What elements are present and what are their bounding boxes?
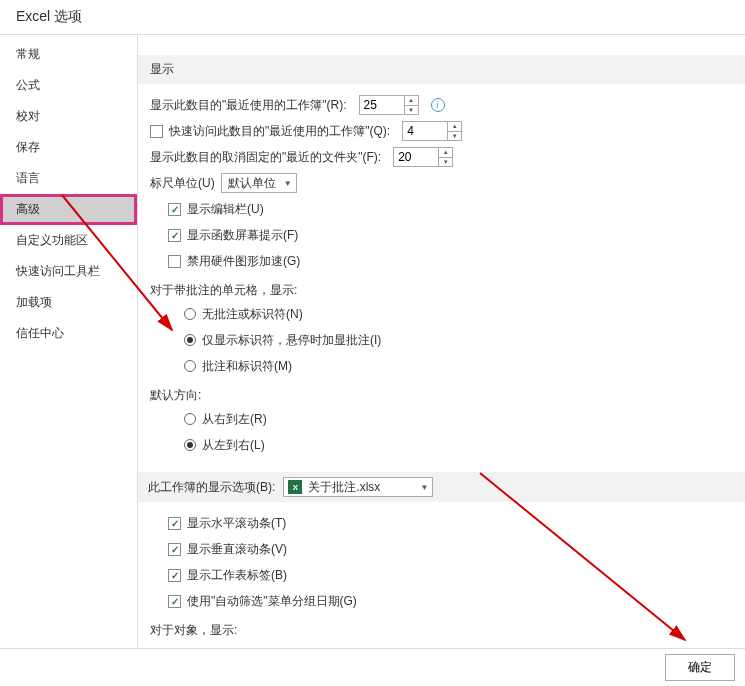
checkbox-autogroup[interactable]	[168, 595, 181, 608]
chevron-up-icon[interactable]: ▲	[405, 96, 418, 106]
spin-recent-workbooks[interactable]: ▲ ▼	[359, 95, 419, 115]
checkbox-hscroll[interactable]	[168, 517, 181, 530]
sidebar-item-formulas[interactable]: 公式	[0, 70, 137, 101]
comments-subheading: 对于带批注的单元格，显示:	[150, 282, 745, 299]
sidebar-item-proofing[interactable]: 校对	[0, 101, 137, 132]
chevron-up-icon[interactable]: ▲	[439, 148, 452, 158]
checkbox-show-formula-bar[interactable]	[168, 203, 181, 216]
window-title: Excel 选项	[0, 0, 745, 34]
sidebar: 常规 公式 校对 保存 语言 高级 自定义功能区 快速访问工具栏 加载项 信任中…	[0, 35, 138, 652]
label-show-screentips: 显示函数屏幕提示(F)	[187, 227, 298, 244]
chevron-up-icon[interactable]: ▲	[448, 122, 461, 132]
label-autogroup: 使用"自动筛选"菜单分组日期(G)	[187, 593, 357, 610]
radio-comment-indicator[interactable]	[184, 334, 196, 346]
radio-comment-both[interactable]	[184, 360, 196, 372]
dropdown-workbook-value: 关于批注.xlsx	[308, 479, 380, 496]
ok-button[interactable]: 确定	[665, 654, 735, 681]
radio-rtl[interactable]	[184, 413, 196, 425]
dropdown-workbook[interactable]: X 关于批注.xlsx ▼	[283, 477, 433, 497]
chevron-down-icon[interactable]: ▼	[405, 106, 418, 115]
content-panel: 显示 显示此数目的"最近使用的工作簿"(R): ▲ ▼ i 快速访问此数目的"最…	[138, 35, 745, 652]
checkbox-vscroll[interactable]	[168, 543, 181, 556]
direction-subheading: 默认方向:	[150, 387, 745, 404]
label-recent-workbooks: 显示此数目的"最近使用的工作簿"(R):	[150, 97, 347, 114]
sidebar-item-language[interactable]: 语言	[0, 163, 137, 194]
spin-quick-access-input[interactable]	[403, 122, 447, 140]
checkbox-disable-hw[interactable]	[168, 255, 181, 268]
chevron-down-icon[interactable]: ▼	[448, 132, 461, 141]
sidebar-item-addins[interactable]: 加载项	[0, 287, 137, 318]
objects-subheading: 对于对象，显示:	[150, 622, 745, 639]
sidebar-item-save[interactable]: 保存	[0, 132, 137, 163]
label-comment-none: 无批注或标识符(N)	[202, 306, 303, 323]
label-comment-indicator: 仅显示标识符，悬停时加显批注(I)	[202, 332, 381, 349]
label-vscroll: 显示垂直滚动条(V)	[187, 541, 287, 558]
label-ruler-units: 标尺单位(U)	[150, 175, 215, 192]
chevron-down-icon: ▼	[420, 483, 428, 492]
spin-unpinned-recent-input[interactable]	[394, 148, 438, 166]
sidebar-item-trust-center[interactable]: 信任中心	[0, 318, 137, 349]
radio-comment-none[interactable]	[184, 308, 196, 320]
footer-bar: 确定	[0, 648, 745, 686]
spin-unpinned-recent[interactable]: ▲ ▼	[393, 147, 453, 167]
label-unpinned-recent: 显示此数目的取消固定的"最近的文件夹"(F):	[150, 149, 381, 166]
excel-icon: X	[288, 480, 302, 494]
chevron-down-icon[interactable]: ▼	[439, 158, 452, 167]
label-workbook-header: 此工作簿的显示选项(B):	[148, 479, 275, 496]
label-quick-access: 快速访问此数目的"最近使用的工作簿"(Q):	[169, 123, 390, 140]
radio-ltr[interactable]	[184, 439, 196, 451]
main-container: 常规 公式 校对 保存 语言 高级 自定义功能区 快速访问工具栏 加载项 信任中…	[0, 34, 745, 652]
spin-recent-workbooks-input[interactable]	[360, 96, 404, 114]
chevron-down-icon: ▼	[284, 179, 292, 188]
label-show-formula-bar: 显示编辑栏(U)	[187, 201, 264, 218]
dropdown-ruler-units[interactable]: 默认单位 ▼	[221, 173, 297, 193]
label-ltr: 从左到右(L)	[202, 437, 265, 454]
label-comment-both: 批注和标识符(M)	[202, 358, 292, 375]
spin-quick-access[interactable]: ▲ ▼	[402, 121, 462, 141]
info-icon: i	[431, 98, 445, 112]
checkbox-quick-access[interactable]	[150, 125, 163, 138]
checkbox-show-screentips[interactable]	[168, 229, 181, 242]
sidebar-item-customize-ribbon[interactable]: 自定义功能区	[0, 225, 137, 256]
section-workbook-header: 此工作簿的显示选项(B): X 关于批注.xlsx ▼	[138, 472, 745, 502]
label-rtl: 从右到左(R)	[202, 411, 267, 428]
sidebar-item-advanced[interactable]: 高级	[0, 194, 137, 225]
dropdown-ruler-units-value: 默认单位	[228, 175, 276, 192]
sidebar-item-general[interactable]: 常规	[0, 39, 137, 70]
section-display-header: 显示	[138, 55, 745, 84]
label-tabs: 显示工作表标签(B)	[187, 567, 287, 584]
label-hscroll: 显示水平滚动条(T)	[187, 515, 286, 532]
label-disable-hw: 禁用硬件图形加速(G)	[187, 253, 300, 270]
sidebar-item-quick-access-toolbar[interactable]: 快速访问工具栏	[0, 256, 137, 287]
checkbox-tabs[interactable]	[168, 569, 181, 582]
